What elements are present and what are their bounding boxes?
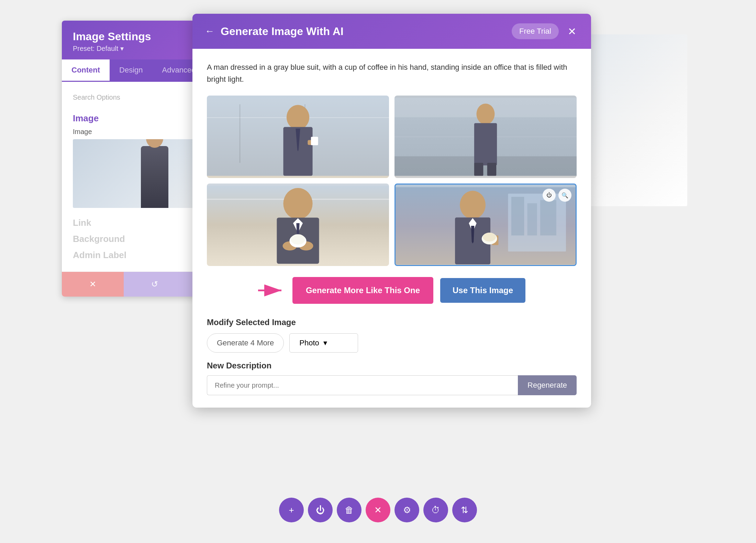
modal-body: A man dressed in a gray blue suit, with … [192, 49, 591, 408]
panel-header-text: Image Settings Preset: Default ▾ [73, 30, 151, 53]
refine-prompt-input[interactable] [207, 375, 518, 395]
svg-rect-29 [511, 197, 524, 235]
close-toolbar-button[interactable]: ✕ [366, 498, 390, 522]
add-button[interactable]: + [279, 498, 304, 522]
arrange-button[interactable]: ⇅ [452, 498, 477, 522]
svg-rect-14 [474, 123, 497, 166]
person-head [146, 139, 163, 148]
style-select[interactable]: Photo ▾ [289, 333, 358, 353]
svg-rect-16 [487, 163, 497, 176]
arrow-indicator [258, 282, 286, 299]
image-2-svg [394, 96, 577, 178]
modify-controls: Generate 4 More Photo ▾ [207, 333, 577, 353]
style-select-value: Photo [299, 339, 319, 347]
svg-point-32 [460, 191, 486, 219]
svg-point-19 [283, 188, 312, 219]
svg-rect-31 [540, 200, 556, 236]
settings-button[interactable]: ⚙ [394, 498, 419, 522]
grid-image-4-selected[interactable]: ⏻ 🔍 [394, 184, 577, 266]
new-description-section: New Description Regenerate [207, 361, 577, 395]
modal-header-left: ← Generate Image With AI [205, 25, 344, 38]
new-desc-title: New Description [207, 361, 577, 370]
history-button[interactable]: ⏱ [423, 498, 448, 522]
regenerate-button[interactable]: Regenerate [518, 375, 577, 395]
svg-point-13 [477, 104, 495, 125]
svg-point-26 [291, 234, 305, 245]
regenerate-icon-btn[interactable]: ⏻ [543, 189, 556, 202]
modify-section: Modify Selected Image Generate 4 More Ph… [207, 318, 577, 353]
grid-image-3[interactable] [207, 184, 389, 266]
ai-modal: ← Generate Image With AI Free Trial ✕ A … [192, 14, 591, 408]
generate-more-button[interactable]: Generate More Like This One [292, 277, 433, 304]
use-image-button[interactable]: Use This Image [440, 278, 525, 303]
tab-content[interactable]: Content [62, 59, 110, 82]
power-button[interactable]: ⏻ [308, 498, 333, 522]
free-trial-badge[interactable]: Free Trial [512, 23, 559, 39]
modal-header-right: Free Trial ✕ [512, 23, 579, 39]
svg-rect-2 [240, 104, 241, 163]
zoom-icon-btn[interactable]: 🔍 [558, 189, 571, 202]
close-button[interactable]: ✕ [565, 24, 579, 38]
delete-button[interactable]: 🗑 [337, 498, 362, 522]
svg-rect-8 [311, 137, 318, 145]
svg-rect-30 [527, 203, 537, 236]
svg-point-4 [287, 105, 309, 130]
image-overlay: ⏻ 🔍 [543, 189, 571, 202]
image-3-svg [207, 184, 389, 266]
chevron-down-icon: ▾ [323, 339, 327, 347]
undo-button[interactable]: ↺ [124, 272, 186, 297]
person-body [141, 146, 168, 208]
image-1-svg [207, 96, 389, 178]
bottom-toolbar: + ⏻ 🗑 ✕ ⚙ ⏱ ⇅ [279, 498, 477, 522]
panel-subtitle: Preset: Default ▾ [73, 44, 151, 53]
tab-design[interactable]: Design [110, 59, 152, 82]
svg-point-38 [483, 233, 496, 242]
modal-title: Generate Image With AI [221, 25, 344, 38]
desc-input-row: Regenerate [207, 375, 577, 395]
grid-image-2[interactable] [394, 96, 577, 178]
image-grid: ⏻ 🔍 [207, 96, 577, 266]
cancel-button[interactable]: ✕ [62, 272, 124, 297]
back-arrow-icon[interactable]: ← [205, 26, 214, 37]
generate-4-more-button[interactable]: Generate 4 More [207, 333, 284, 353]
svg-rect-15 [474, 163, 483, 176]
action-row: Generate More Like This One Use This Ima… [207, 277, 577, 304]
panel-title: Image Settings [73, 30, 151, 43]
modal-header: ← Generate Image With AI Free Trial ✕ [192, 14, 591, 49]
grid-image-1[interactable] [207, 96, 389, 178]
prompt-text: A man dressed in a gray blue suit, with … [207, 61, 577, 85]
person-preview [141, 146, 168, 208]
modify-title: Modify Selected Image [207, 318, 577, 327]
